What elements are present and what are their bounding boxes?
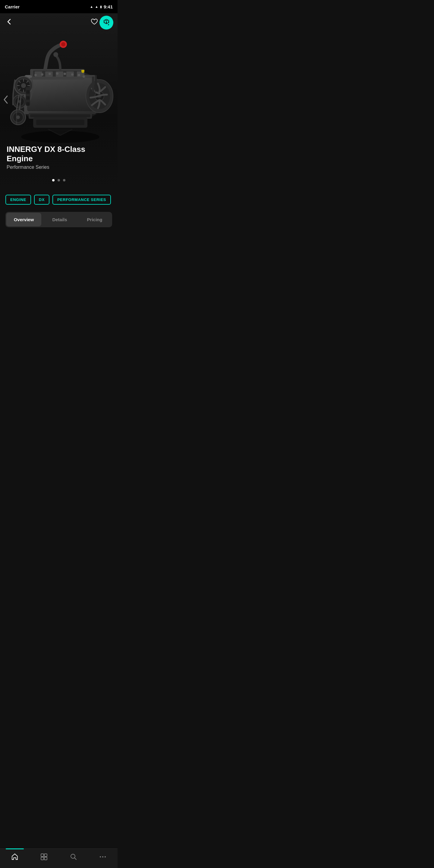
svg-point-46 [49,73,51,75]
tabs-container: Overview Details Pricing [5,212,112,227]
svg-point-51 [83,75,85,78]
hero-text-area: INNERGY DX 8-Class Engine Performance Se… [7,145,111,170]
svg-point-47 [56,72,59,75]
svg-rect-4 [27,78,93,111]
svg-rect-54 [26,96,30,100]
status-bar: Carrier ▲ ▲ ▮ 9:41 [0,0,118,13]
status-time: 9:41 [104,4,113,9]
favorite-button[interactable] [90,18,99,27]
tag-engine[interactable]: ENGINE [5,195,31,205]
hero-subtitle: Performance Series [7,164,111,170]
svg-point-14 [21,83,26,88]
svg-rect-53 [26,90,30,94]
svg-rect-42 [36,120,84,125]
dot-2[interactable] [58,179,60,181]
status-right: ▲ ▲ ▮ 9:41 [90,4,113,9]
back-button[interactable] [5,18,13,28]
ar-button[interactable] [99,16,113,30]
svg-point-49 [71,73,73,76]
svg-rect-57 [95,75,97,92]
carousel-arrow-left[interactable] [3,95,9,107]
tags-section: ENGINE DX PERFORMANCE SERIES [0,188,118,208]
svg-point-43 [30,75,32,78]
tag-performance-series[interactable]: PERFORMANCE SERIES [53,195,111,205]
svg-rect-40 [30,114,90,117]
tab-pricing[interactable]: Pricing [77,212,112,227]
svg-point-38 [53,52,58,57]
svg-point-48 [64,73,66,75]
dot-1[interactable] [52,179,55,181]
tag-dx[interactable]: DX [34,195,50,205]
tabs-section: Overview Details Pricing [0,208,118,232]
svg-point-37 [61,42,65,46]
dot-3[interactable] [63,179,65,181]
svg-rect-56 [92,76,94,92]
hero-title: INNERGY DX 8-Class Engine [7,145,111,163]
hero-section: INNERGY DX 8-Class Engine Performance Se… [0,13,118,188]
svg-point-45 [41,73,43,76]
carousel-dots [0,179,118,181]
signal-icon: ▲ [95,5,98,8]
engine-image [0,22,118,152]
tab-details[interactable]: Details [42,212,77,227]
wifi-icon: ▲ [90,5,93,8]
svg-point-50 [78,74,80,76]
carrier-label: Carrier [5,4,20,9]
svg-rect-59 [82,70,84,71]
svg-rect-55 [26,102,30,106]
battery-icon: ▮ [100,5,102,9]
svg-point-44 [34,74,37,76]
tab-overview[interactable]: Overview [6,213,41,226]
